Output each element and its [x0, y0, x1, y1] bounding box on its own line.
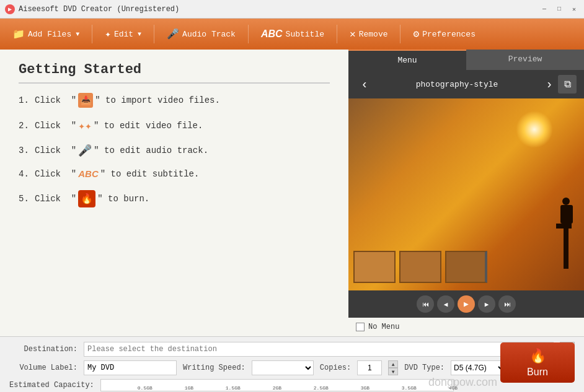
- preferences-label: Preferences: [422, 30, 476, 39]
- copy-menu-button[interactable]: ⧉: [558, 75, 577, 94]
- step-3: 3. Click " 🎤 " to edit audio track.: [19, 144, 330, 157]
- no-menu-label: No Menu: [368, 323, 399, 331]
- step-1-after: " to import video files.: [95, 95, 220, 105]
- prev-frame-button[interactable]: ◀: [437, 295, 454, 313]
- step-4-icon: ABC: [78, 168, 99, 179]
- add-files-button[interactable]: 📁 Add Files ▼: [6, 25, 86, 43]
- fast-forward-button[interactable]: ⏭: [498, 295, 516, 313]
- preferences-icon: ⚙: [413, 28, 419, 40]
- step-2-before: Click ": [35, 121, 76, 131]
- maximize-button[interactable]: □: [554, 4, 564, 14]
- edit-dropdown-icon[interactable]: ▼: [138, 31, 141, 38]
- tick-2gb: 2GB: [273, 385, 281, 391]
- nav-next-arrow[interactable]: ›: [541, 76, 558, 93]
- add-files-label: Add Files: [28, 30, 71, 39]
- step-1-num: 1.: [19, 95, 31, 105]
- destination-label: Destination:: [9, 345, 77, 354]
- step-5-num: 5.: [19, 194, 31, 204]
- step-3-after: " to edit audio track.: [94, 146, 208, 155]
- dvd-type-select[interactable]: D5 (4.7G): [451, 360, 507, 375]
- copies-up-button[interactable]: ▲: [388, 360, 398, 368]
- destination-row: Destination: ▼: [9, 342, 575, 357]
- remove-button[interactable]: ✕ Remove: [343, 25, 394, 43]
- step-4: 4. Click " ABC " to edit subtitle.: [19, 168, 330, 179]
- preview-area: [348, 98, 584, 290]
- step-4-num: 4.: [19, 169, 31, 179]
- sun-glow: [516, 111, 553, 148]
- volume-label: Volume Label:: [9, 364, 77, 372]
- edit-video-icon: ✦✦: [78, 119, 92, 133]
- volume-input[interactable]: My DVD: [84, 360, 177, 375]
- no-menu-row: No Menu: [348, 318, 584, 336]
- step-1: 1. Click " 📥 " to import video files.: [19, 93, 330, 108]
- step-3-icon: 🎤: [78, 144, 92, 157]
- destination-input[interactable]: [84, 342, 554, 357]
- step-4-before: Click ": [35, 169, 76, 179]
- step-1-before: Click ": [35, 95, 76, 105]
- bottom-bar: Destination: ▼ Volume Label: My DVD Writ…: [0, 336, 584, 392]
- no-menu-checkbox[interactable]: [356, 323, 365, 331]
- copies-down-button[interactable]: ▼: [388, 368, 398, 375]
- app-title: Aiseesoft DVD Creator (Unregistered): [19, 5, 539, 14]
- rewind-button[interactable]: ⏮: [417, 295, 434, 313]
- thumbnail-2[interactable]: [399, 251, 441, 283]
- window-controls[interactable]: — □ ✕: [539, 4, 579, 14]
- nav-prev-arrow[interactable]: ‹: [356, 76, 373, 93]
- person-head: [562, 198, 570, 205]
- copy-icon: ⧉: [564, 79, 571, 90]
- audio-track-button[interactable]: 🎤 Audio Track: [161, 25, 242, 43]
- capacity-bar: 0.5GB 1GB 1.5GB 2GB 2.5GB 3GB 3.5GB 4GB: [100, 379, 454, 391]
- thumbnail-3[interactable]: [445, 251, 487, 283]
- copies-spinner[interactable]: ▲ ▼: [388, 360, 398, 375]
- writing-speed-select[interactable]: [252, 360, 314, 375]
- minimize-button[interactable]: —: [539, 4, 549, 14]
- dvd-type-label: DVD Type:: [404, 364, 445, 372]
- subtitle-step-icon: ABC: [78, 168, 99, 179]
- edit-button[interactable]: ✦ Edit ▼: [99, 25, 148, 43]
- tab-preview[interactable]: Preview: [466, 50, 584, 70]
- tick-25gb: 2.5GB: [314, 385, 329, 391]
- step-2-num: 2.: [19, 121, 31, 131]
- edit-icon: ✦: [105, 28, 111, 40]
- step-5-before: Click ": [35, 194, 76, 204]
- playback-controls: ⏮ ◀ ▶ ▶ ⏭: [348, 290, 584, 318]
- title-bar: ▶ Aiseesoft DVD Creator (Unregistered) —…: [0, 0, 584, 19]
- step-5-after: " to burn.: [97, 194, 149, 204]
- next-frame-button[interactable]: ▶: [478, 295, 495, 313]
- tick-05gb: 0.5GB: [138, 385, 153, 391]
- panel-tabs[interactable]: Menu Preview: [348, 50, 584, 70]
- preview-image: [348, 98, 584, 290]
- separator-2: [154, 25, 154, 43]
- close-button[interactable]: ✕: [569, 4, 579, 14]
- step-4-after: " to edit subtitle.: [100, 169, 200, 179]
- main-content: Getting Started 1. Click " 📥 " to import…: [0, 50, 584, 336]
- separator-5: [400, 25, 400, 43]
- tick-3gb: 3GB: [361, 385, 369, 391]
- app-icon: ▶: [5, 4, 15, 14]
- separator-1: [92, 25, 92, 43]
- step-5-icon: 🔥: [78, 190, 95, 207]
- volume-row: Volume Label: My DVD Writing Speed: Copi…: [9, 360, 575, 375]
- copies-input[interactable]: 1: [357, 360, 382, 375]
- thumbnail-1[interactable]: [353, 251, 396, 283]
- preferences-button[interactable]: ⚙ Preferences: [407, 25, 481, 43]
- getting-started-title: Getting Started: [19, 62, 330, 84]
- subtitle-label: Subtitle: [286, 30, 324, 39]
- add-files-dropdown-icon[interactable]: ▼: [76, 31, 79, 38]
- audio-track-icon: 🎤: [167, 28, 179, 40]
- right-panel: Menu Preview ‹ photography-style › ⧉: [348, 50, 584, 336]
- capacity-label: Estimated Capacity:: [9, 381, 94, 390]
- subtitle-button[interactable]: ABC Subtitle: [255, 25, 330, 43]
- menu-nav: ‹ photography-style › ⧉: [348, 70, 584, 98]
- play-button[interactable]: ▶: [458, 295, 475, 313]
- copies-label: Copies:: [320, 364, 351, 372]
- import-icon: 📥: [78, 93, 93, 108]
- remove-label: Remove: [359, 30, 388, 39]
- separator-3: [248, 25, 249, 43]
- writing-speed-label: Writing Speed:: [183, 364, 246, 372]
- burn-step-icon: 🔥: [78, 190, 95, 207]
- burn-button[interactable]: 🔥 Burn: [500, 342, 575, 383]
- burn-label: Burn: [527, 367, 548, 378]
- step-3-num: 3.: [19, 146, 31, 155]
- tab-menu[interactable]: Menu: [348, 50, 466, 70]
